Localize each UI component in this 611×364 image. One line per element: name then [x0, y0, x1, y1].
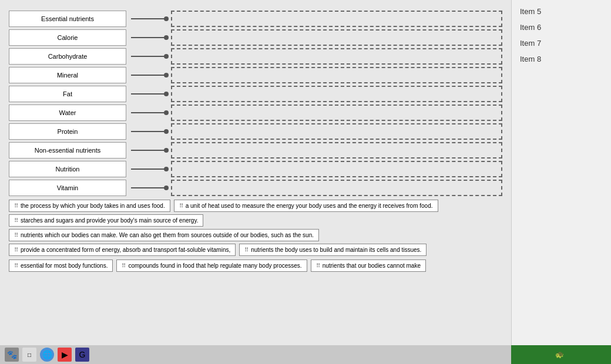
drag-handle-icon: ⠿ — [14, 247, 18, 253]
definition-dropzone[interactable] — [171, 142, 502, 159]
connector-dot — [164, 148, 169, 153]
drag-item-label: a unit of heat used to measure the energ… — [186, 203, 433, 209]
drag-row-2: ⠿starches and sugars and provide your bo… — [9, 214, 502, 227]
connector-dot — [164, 129, 169, 134]
connector-row — [131, 161, 166, 177]
drag-handle-icon: ⠿ — [14, 232, 18, 238]
term-box[interactable]: Water — [9, 105, 126, 121]
main-content: Essential nutrientsCalorieCarbohydrateMi… — [0, 0, 511, 364]
taskbar-icon-5[interactable]: G — [75, 348, 89, 362]
drag-row-3: ⠿nutrients which our bodies can make. We… — [9, 229, 502, 241]
drag-item[interactable]: ⠿the process by which your body takes in… — [9, 200, 170, 212]
connector-line — [131, 93, 166, 95]
drag-item-label: the process by which your body takes in … — [21, 203, 165, 209]
connector-line — [131, 75, 166, 76]
connector-row — [131, 180, 166, 196]
connector-line — [131, 37, 166, 38]
connector-dot — [164, 110, 169, 115]
definition-dropzone[interactable] — [171, 161, 502, 177]
sidebar-item[interactable]: Item 6 — [516, 21, 606, 34]
term-box[interactable]: Carbohydrate — [9, 48, 126, 65]
definition-dropzone[interactable] — [171, 29, 502, 46]
drag-item-label: essential for most body functions. — [21, 262, 108, 269]
definitions-column — [171, 11, 502, 196]
drag-handle-icon: ⠿ — [316, 262, 320, 269]
connector-dot — [164, 16, 169, 21]
connector-dot — [164, 186, 169, 190]
watchlist-icon: 🐢 — [555, 350, 564, 359]
connector-row — [131, 105, 166, 121]
term-box[interactable]: Fat — [9, 86, 126, 102]
definition-dropzone[interactable] — [171, 123, 502, 140]
term-box[interactable]: Nutrition — [9, 161, 126, 177]
sidebar-item[interactable]: Item 8 — [516, 52, 606, 66]
term-box[interactable]: Mineral — [9, 67, 126, 83]
drag-item[interactable]: ⠿nutrients which our bodies can make. We… — [9, 229, 319, 241]
definition-dropzone[interactable] — [171, 11, 502, 27]
drag-item[interactable]: ⠿provide a concentrated form of energy, … — [9, 244, 236, 256]
connector-line — [131, 187, 166, 188]
drag-handle-icon: ⠿ — [14, 217, 18, 224]
connector-row — [131, 29, 166, 46]
term-box[interactable]: Essential nutrients — [9, 11, 126, 27]
drag-area: Essential nutrientsCalorieCarbohydrateMi… — [9, 11, 502, 196]
drag-row-1: ⠿the process by which your body takes in… — [9, 200, 502, 212]
taskbar-icon-2[interactable]: □ — [22, 348, 36, 362]
connector-row — [131, 142, 166, 159]
connector-dot — [164, 35, 169, 40]
drag-item-label: nutrients that our bodies cannot make — [323, 262, 421, 269]
definition-dropzone[interactable] — [171, 86, 502, 102]
watchlist-button[interactable]: 🐢 — [511, 345, 611, 364]
connector-row — [131, 86, 166, 102]
term-box[interactable]: Protein — [9, 123, 126, 140]
term-box[interactable]: Non-essential nutrients — [9, 142, 126, 159]
drag-handle-icon: ⠿ — [14, 203, 18, 209]
sidebar-item[interactable]: Item 5 — [516, 5, 606, 18]
definition-dropzone[interactable] — [171, 48, 502, 65]
drag-item-label: compounds found in food that help regula… — [128, 262, 301, 269]
connector-dot — [164, 92, 169, 96]
drag-item-label: starches and sugars and provide your bod… — [21, 217, 198, 224]
connector-line — [131, 112, 166, 113]
connector-area — [131, 11, 166, 196]
drag-row-4: ⠿provide a concentrated form of energy, … — [9, 244, 502, 272]
drag-item[interactable]: ⠿a unit of heat used to measure the ener… — [174, 200, 438, 212]
connector-row — [131, 48, 166, 65]
connector-row — [131, 11, 166, 27]
definition-dropzone[interactable] — [171, 180, 502, 196]
drag-handle-icon: ⠿ — [14, 262, 18, 269]
drag-item-label: provide a concentrated form of energy, a… — [21, 247, 230, 253]
drag-item[interactable]: ⠿starches and sugars and provide your bo… — [9, 214, 203, 227]
taskbar-icon-3[interactable]: 🌐 — [40, 348, 54, 362]
connector-dot — [164, 167, 169, 171]
sidebar-item[interactable]: Item 7 — [516, 36, 606, 50]
drag-item-label: nutrients the body uses to build and mai… — [251, 247, 421, 253]
definition-dropzone[interactable] — [171, 67, 502, 83]
drag-item[interactable]: ⠿compounds found in food that help regul… — [116, 259, 307, 272]
drag-handle-icon: ⠿ — [244, 247, 249, 253]
connector-line — [131, 150, 166, 151]
drag-item[interactable]: ⠿nutrients that our bodies cannot make — [311, 259, 426, 272]
connector-line — [131, 18, 166, 19]
connector-dot — [164, 54, 169, 59]
drag-item[interactable]: ⠿essential for most body functions. — [9, 259, 113, 272]
connector-line — [131, 131, 166, 132]
drag-handle-icon: ⠿ — [122, 262, 126, 269]
terms-column: Essential nutrientsCalorieCarbohydrateMi… — [9, 11, 126, 196]
term-box[interactable]: Vitamin — [9, 180, 126, 196]
connector-line — [131, 168, 166, 170]
connector-line — [131, 56, 166, 57]
connector-dot — [164, 73, 169, 77]
connector-row — [131, 123, 166, 140]
sidebar: Item 5Item 6Item 7Item 8 — [511, 0, 611, 364]
drag-handle-icon: ⠿ — [179, 203, 183, 209]
drag-item[interactable]: ⠿nutrients the body uses to build and ma… — [239, 244, 427, 256]
taskbar: 🐾 □ 🌐 ▶ G — [0, 345, 511, 364]
taskbar-icon-1[interactable]: 🐾 — [5, 348, 19, 362]
taskbar-icon-4[interactable]: ▶ — [58, 348, 72, 362]
definition-dropzone[interactable] — [171, 105, 502, 121]
term-box[interactable]: Calorie — [9, 29, 126, 46]
drag-item-label: nutrients which our bodies can make. We … — [21, 232, 314, 238]
drag-items-area: ⠿the process by which your body takes in… — [9, 200, 502, 272]
connector-row — [131, 67, 166, 83]
